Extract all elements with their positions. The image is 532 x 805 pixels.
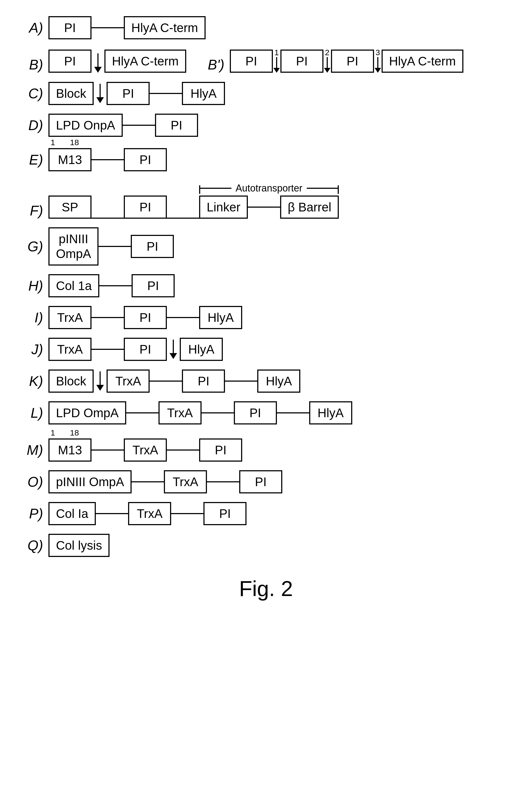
box-pINIIIOmpA-g: pINIIIOmpA — [49, 227, 98, 266]
box-TrxA-k: TrxA — [107, 369, 150, 393]
conn-d1 — [123, 125, 155, 126]
conn-f1 — [92, 218, 124, 219]
box-PI-m: PI — [199, 438, 242, 462]
box-PI-bp2: PI — [280, 50, 323, 73]
row-g: G) pINIIIOmpA PI — [21, 227, 511, 266]
box-M13-e: M13 — [49, 148, 92, 171]
box-PI-b: PI — [49, 50, 92, 73]
row-h: H) Col 1a PI — [21, 274, 511, 297]
row-b: B) PI HlyA C-term B') PI 1 PI 2 — [21, 48, 511, 73]
label-l: L) — [21, 405, 49, 421]
conn-o2 — [207, 481, 239, 482]
label-p: P) — [21, 506, 49, 522]
label-f: F) — [21, 203, 49, 219]
box-Col1a-h: Col 1a — [49, 274, 99, 297]
box-ColIa-p: Col Ia — [49, 502, 96, 525]
conn-f3 — [248, 206, 280, 208]
conn-i1 — [92, 317, 124, 318]
box-Block-c: Block — [49, 82, 94, 105]
box-TrxA-o: TrxA — [164, 470, 207, 493]
box-TrxA-l: TrxA — [158, 401, 202, 424]
conn-g1 — [98, 246, 131, 247]
row-l: L) LPD OmpA TrxA PI HlyA — [21, 401, 511, 424]
label-b: B) — [21, 57, 49, 73]
conn-j1 — [92, 349, 124, 350]
label-j: J) — [21, 341, 49, 358]
row-d: D) LPD OnpA PI — [21, 114, 511, 137]
num-1-m: 1 — [51, 428, 55, 437]
box-pINIIIOmpA-o: pINIII OmpA — [49, 470, 132, 493]
box-PI-i: PI — [124, 306, 167, 329]
label-i: I) — [21, 309, 49, 326]
box-LPDOnpA-d: LPD OnpA — [49, 114, 123, 137]
row-k: K) Block TrxA PI HlyA — [21, 369, 511, 393]
label-a: A) — [21, 20, 49, 36]
box-PI-p: PI — [204, 502, 246, 525]
conn-l2 — [202, 412, 234, 414]
label-h: H) — [21, 278, 49, 294]
label-m: M) — [21, 442, 49, 458]
label-k: K) — [21, 373, 49, 389]
box-HlyA-a: HlyA C-term — [124, 16, 206, 39]
box-PI-o: PI — [239, 470, 282, 493]
box-HlyA-bp: HlyA C-term — [382, 50, 463, 73]
diagram: A) PI HlyA C-term B) PI HlyA C-term B') … — [0, 0, 532, 617]
box-PI-f: PI — [124, 196, 167, 219]
box-HlyA-k: HlyA — [257, 369, 300, 393]
row-c: C) Block PI HlyA — [21, 82, 511, 105]
label-g: G) — [21, 238, 49, 255]
box-HlyA-l: HlyA — [309, 401, 352, 424]
label-o: O) — [21, 474, 49, 490]
box-PI-bp3: PI — [331, 50, 374, 73]
box-TrxA-m: TrxA — [124, 438, 167, 462]
row-f: F) SP PI Autotransporter Linker β Barrel — [21, 183, 511, 219]
row-q: Q) Col lysis — [21, 534, 511, 557]
box-PI-d: PI — [155, 114, 198, 137]
conn-p2 — [171, 513, 204, 514]
box-Block-k: Block — [49, 369, 94, 393]
num-1-e: 1 — [51, 138, 55, 147]
box-TrxA-i: TrxA — [49, 306, 92, 329]
box-PI-k: PI — [182, 369, 225, 393]
box-HlyA-b: HlyA C-term — [104, 50, 186, 73]
fig-caption: Fig. 2 — [21, 577, 511, 601]
conn-m1 — [92, 450, 124, 451]
box-HlyA-j: HlyA — [180, 338, 223, 361]
conn-c1 — [150, 93, 182, 94]
row-o: O) pINIII OmpA TrxA PI — [21, 470, 511, 493]
num-18-m: 18 — [70, 428, 79, 437]
row-m: M) 1 18 M13 TrxA PI — [21, 438, 511, 462]
conn-l1 — [126, 412, 158, 414]
box-TrxA-p: TrxA — [128, 502, 171, 525]
label-d: D) — [21, 117, 49, 133]
box-BBarrel-f: β Barrel — [280, 196, 339, 219]
box-PI-a: PI — [49, 16, 92, 39]
label-bprime: B') — [208, 57, 224, 73]
conn-m2 — [167, 450, 199, 451]
conn-e1 — [92, 159, 124, 160]
conn-k1 — [150, 381, 182, 382]
conn-i2 — [167, 317, 199, 318]
box-PI-e: PI — [124, 148, 167, 171]
conn-l3 — [277, 412, 309, 414]
row-p: P) Col Ia TrxA PI — [21, 502, 511, 525]
box-PI-l: PI — [234, 401, 277, 424]
conn-f2 — [167, 218, 199, 219]
row-e: E) 1 18 M13 PI — [21, 148, 511, 171]
box-Linker-f: Linker — [199, 196, 248, 219]
box-SP-f: SP — [49, 196, 92, 219]
label-e: E) — [21, 152, 49, 168]
box-LPDOmpA-l: LPD OmpA — [49, 401, 126, 424]
connector-a1 — [92, 27, 124, 28]
conn-h1 — [99, 285, 132, 286]
box-HlyA-c: HlyA — [182, 82, 225, 105]
row-a: A) PI HlyA C-term — [21, 16, 511, 39]
conn-o1 — [132, 481, 164, 482]
conn-k2 — [225, 381, 257, 382]
num-18-e: 18 — [70, 138, 79, 147]
box-PI-j: PI — [124, 338, 167, 361]
box-TrxA-j: TrxA — [49, 338, 92, 361]
conn-p1 — [96, 513, 128, 514]
box-PI-bp1: PI — [230, 50, 273, 73]
box-PI-g: PI — [131, 235, 174, 258]
